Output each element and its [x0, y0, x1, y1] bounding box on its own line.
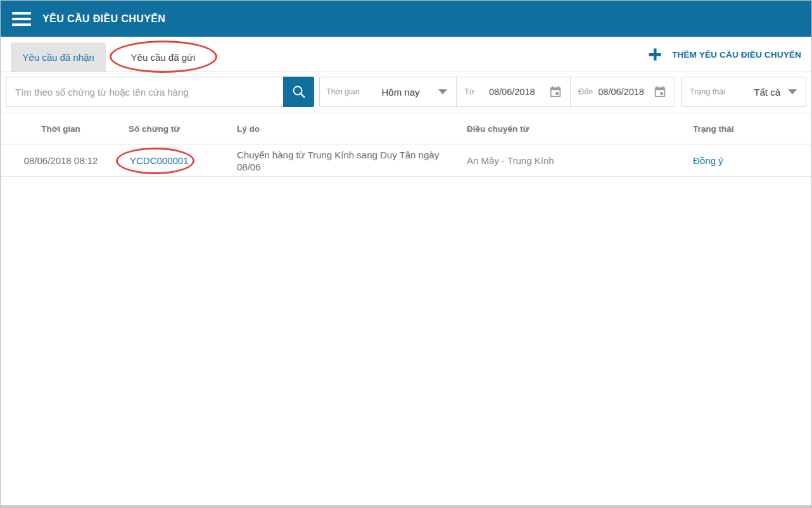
column-header-time: Thời gian: [1, 124, 121, 134]
plus-icon: [648, 48, 662, 61]
date-to-label: Đến: [578, 87, 593, 96]
search-input[interactable]: [6, 77, 283, 107]
search-button[interactable]: [283, 77, 314, 107]
row-transfer-from: An Mây - Trung Kính: [467, 155, 693, 166]
top-app-bar: YÊU CẦU ĐIỀU CHUYỂN: [1, 1, 811, 37]
page-title: YÊU CẦU ĐIỀU CHUYỂN: [42, 13, 165, 25]
menu-icon[interactable]: [12, 12, 31, 26]
filter-bar: Thời gian Hôm nay Từ 08/06/2018 Đến 08/0…: [1, 77, 811, 107]
row-time: 08/06/2018 08:12: [1, 155, 121, 166]
row-status-badge: Đồng ý: [693, 155, 811, 166]
status-filter: Trạng thái Tất cả: [682, 77, 806, 107]
column-header-code: Số chứng từ: [121, 124, 237, 134]
add-transfer-request-button[interactable]: THÊM YÊU CẦU ĐIỀU CHUYỂN: [645, 43, 804, 66]
column-header-reason: Lý do: [237, 124, 467, 134]
tab-received-label: Yêu cầu đã nhận: [22, 52, 94, 63]
search-group: [6, 77, 314, 107]
column-header-status: Trạng thái: [693, 124, 811, 134]
date-from-value: 08/06/2018: [489, 87, 535, 97]
status-select[interactable]: Trạng thái Tất cả: [682, 77, 806, 106]
chevron-down-icon: [438, 89, 447, 94]
search-icon: [291, 84, 307, 100]
column-header-from: Điều chuyển từ: [467, 124, 693, 134]
date-from-picker[interactable]: Từ 08/06/2018: [456, 77, 570, 106]
row-reason: Chuyển hàng từ Trung Kính sang Duy Tân n…: [237, 149, 467, 173]
date-to-value: 08/06/2018: [598, 87, 644, 97]
status-value: Tất cả: [754, 87, 780, 98]
tab-bar: Yêu cầu đã nhận Yêu cầu đã gửi THÊM YÊU …: [1, 37, 811, 72]
table-header-row: Thời gian Số chứng từ Lý do Điều chuyển …: [1, 113, 811, 144]
chevron-down-icon: [788, 89, 797, 94]
time-range-value: Hôm nay: [382, 87, 420, 98]
calendar-icon: [549, 85, 562, 99]
time-range-select[interactable]: Thời gian Hôm nay: [320, 77, 456, 106]
app-window: YÊU CẦU ĐIỀU CHUYỂN Yêu cầu đã nhận Yêu …: [0, 0, 812, 508]
tab-sent-label: Yêu cầu đã gửi: [131, 52, 196, 63]
table-row[interactable]: 08/06/2018 08:12 YCDC000001 Chuyển hàng …: [1, 145, 811, 177]
window-bottom-edge: [1, 505, 811, 507]
date-filter-group: Thời gian Hôm nay Từ 08/06/2018 Đến 08/0…: [319, 77, 675, 107]
time-range-label: Thời gian: [326, 87, 360, 96]
calendar-icon: [653, 85, 667, 99]
row-document-code-link[interactable]: YCDC000001: [121, 155, 237, 166]
status-label: Trạng thái: [690, 87, 725, 96]
date-from-label: Từ: [464, 87, 474, 96]
add-transfer-request-label: THÊM YÊU CẦU ĐIỀU CHUYỂN: [672, 50, 801, 60]
date-to-picker[interactable]: Đến 08/06/2018: [570, 77, 675, 106]
tab-sent-requests[interactable]: Yêu cầu đã gửi: [113, 42, 213, 72]
tab-received-requests[interactable]: Yêu cầu đã nhận: [11, 42, 106, 72]
